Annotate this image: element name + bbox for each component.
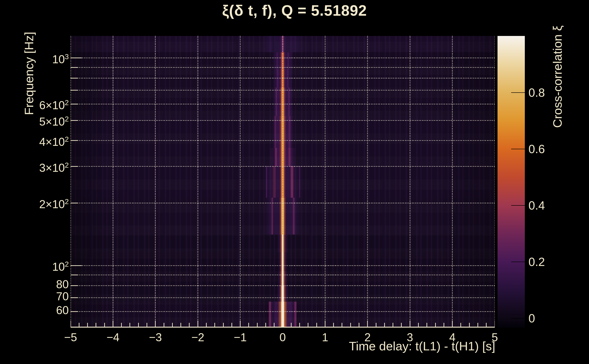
grid-line-vertical: [325, 36, 326, 328]
x-minor-tick: [214, 323, 215, 327]
x-major-tick: [71, 321, 71, 327]
grid-line-horizontal: [71, 58, 495, 58]
x-minor-tick: [401, 323, 402, 327]
x-minor-tick: [138, 323, 139, 327]
x-minor-tick: [180, 323, 181, 327]
colorbar-tick: [511, 262, 525, 262]
x-tick-label: −2: [180, 330, 216, 344]
colorbar-tick: [511, 149, 525, 149]
x-minor-tick: [333, 323, 334, 327]
chart-title: ξ(δ t, f), Q = 5.51892: [0, 2, 589, 19]
x-minor-tick: [189, 323, 190, 327]
x-major-tick: [452, 321, 453, 327]
x-minor-tick: [376, 323, 376, 327]
y-major-tick: [71, 58, 82, 58]
x-minor-tick: [444, 323, 444, 327]
colorbar: [497, 36, 525, 328]
grid-line-vertical: [240, 36, 241, 328]
y-minor-tick: [71, 311, 78, 312]
x-minor-tick: [316, 323, 317, 327]
x-minor-tick: [164, 323, 164, 327]
y-tick-label: 5×102: [9, 112, 69, 129]
colorbar-tick-label: 0.6: [529, 142, 545, 156]
grid-line-vertical: [71, 36, 71, 328]
y-tick-label: 60: [9, 303, 69, 317]
y-minor-tick: [71, 166, 78, 167]
x-minor-tick: [130, 323, 130, 327]
x-minor-tick: [478, 323, 478, 327]
colorbar-tick: [511, 318, 525, 318]
x-major-tick: [282, 321, 283, 327]
grid-line-vertical: [197, 36, 198, 328]
y-minor-tick: [71, 297, 78, 298]
x-minor-tick: [308, 323, 308, 327]
y-minor-tick: [71, 285, 78, 286]
x-tick-label: −1: [222, 330, 259, 344]
grid-line-horizontal: [71, 78, 495, 78]
colorbar-tick-label: 0: [529, 311, 535, 325]
grid-line-horizontal: [71, 120, 495, 121]
x-major-tick: [367, 321, 368, 327]
x-major-tick: [197, 321, 198, 327]
x-major-tick: [155, 321, 156, 327]
grid-line-vertical: [155, 36, 156, 328]
y-minor-tick: [71, 275, 78, 275]
y-minor-tick: [71, 104, 78, 104]
grid-line-horizontal: [71, 297, 495, 298]
y-major-tick: [71, 265, 82, 266]
x-minor-tick: [274, 323, 275, 327]
y-minor-tick: [71, 120, 78, 121]
x-minor-tick: [350, 323, 351, 327]
x-minor-tick: [147, 323, 147, 327]
y-tick-label: 70: [9, 289, 69, 304]
y-minor-tick: [71, 67, 78, 68]
colorbar-tick-label: 0.2: [529, 255, 545, 269]
x-major-tick: [325, 321, 326, 327]
grid-line-horizontal: [71, 311, 495, 312]
x-major-tick: [113, 321, 113, 327]
y-tick-label: 4×102: [9, 132, 69, 149]
x-major-tick: [495, 321, 495, 327]
grid-line-vertical: [113, 36, 113, 328]
x-minor-tick: [393, 323, 393, 327]
x-minor-tick: [486, 323, 487, 327]
figure-canvas: ξ(δ t, f), Q = 5.51892 Frequency [Hz] −5…: [0, 0, 589, 364]
grid-line-horizontal: [71, 275, 495, 275]
x-axis-line: [71, 327, 495, 328]
x-minor-tick: [121, 323, 122, 327]
grid-line-horizontal: [71, 104, 495, 104]
x-minor-tick: [299, 323, 300, 327]
grid-line-horizontal: [71, 166, 495, 167]
x-minor-tick: [342, 323, 342, 327]
x-minor-tick: [291, 323, 292, 327]
y-tick-label: 3×102: [9, 158, 69, 175]
x-major-tick: [410, 321, 410, 327]
heatmap-plot-area: [71, 36, 495, 328]
x-tick-label: −3: [137, 330, 174, 344]
x-minor-tick: [206, 323, 207, 327]
x-axis-title: Time delay: t(L1) - t(H1) [s]: [268, 339, 495, 353]
x-minor-tick: [460, 323, 461, 327]
y-minor-tick: [71, 90, 78, 91]
y-minor-tick: [71, 78, 78, 78]
y-tick-label: 102: [9, 257, 69, 274]
colorbar-tick-label: 0.4: [529, 198, 545, 213]
y-minor-tick: [71, 203, 78, 203]
x-minor-tick: [418, 323, 419, 327]
x-minor-tick: [248, 323, 249, 327]
grid-line-vertical: [410, 36, 410, 328]
x-major-tick: [240, 321, 241, 327]
x-minor-tick: [223, 323, 224, 327]
x-minor-tick: [359, 323, 359, 327]
y-tick-label: 6×102: [9, 96, 69, 112]
grid-line-horizontal: [71, 265, 495, 266]
x-minor-tick: [231, 323, 232, 327]
grid-line-horizontal: [71, 90, 495, 91]
x-minor-tick: [435, 323, 436, 327]
y-tick-label: 103: [9, 50, 69, 66]
x-minor-tick: [87, 323, 88, 327]
x-minor-tick: [469, 323, 470, 327]
x-minor-tick: [96, 323, 96, 327]
grid-line-vertical: [367, 36, 368, 328]
x-minor-tick: [384, 323, 385, 327]
